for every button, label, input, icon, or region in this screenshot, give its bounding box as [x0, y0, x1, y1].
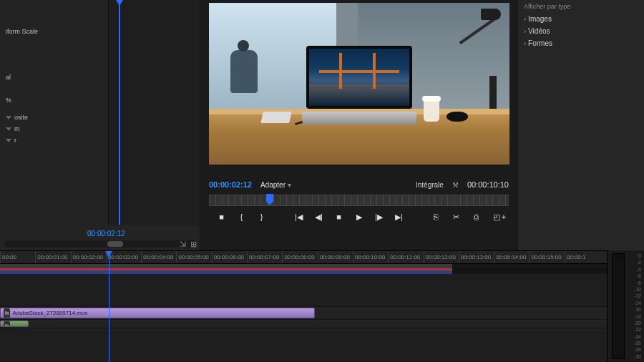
- disclosure-icon[interactable]: [6, 127, 11, 131]
- meter-scale-label: -2: [637, 260, 641, 265]
- ruler-tick: 00:00:08:00: [282, 251, 317, 263]
- duration-timecode: 00:00:10:10: [467, 180, 509, 189]
- audio-meters: 0-2-4-6-8-10-12-14-16-18-20-22-24-26-28-…: [607, 250, 644, 362]
- goto-out-button[interactable]: ▶|: [394, 212, 404, 222]
- ruler-tick: 00:00:06:00: [212, 251, 247, 263]
- meter-bars: [612, 253, 625, 359]
- export-frame-button[interactable]: ⎙: [472, 212, 482, 221]
- meter-scale-label: -22: [634, 327, 641, 332]
- time-ruler[interactable]: 00:0000:00:01:0000:00:02:0000:00:03:0000…: [0, 251, 607, 264]
- meter-scale-label: -14: [634, 300, 641, 305]
- video-track-1[interactable]: fxAdobeStock_272885714.mov: [0, 307, 607, 320]
- play-button[interactable]: ▶: [354, 212, 364, 222]
- disclosure-icon[interactable]: [6, 139, 11, 142]
- audio-track-1[interactable]: fxBodys: [0, 320, 607, 328]
- render-bar: [0, 268, 607, 274]
- scrollbar-thumb[interactable]: [107, 241, 123, 247]
- mini-playhead-icon[interactable]: [119, 3, 120, 225]
- browser-item-videos[interactable]: Vidéos: [524, 25, 638, 37]
- tracks-area: fxAdobeStock_272885714.mov fxBodys: [0, 274, 607, 328]
- step-fwd-button[interactable]: |▶: [374, 212, 384, 222]
- meter-scale-label: -30: [634, 354, 641, 359]
- meter-scale-label: -10: [634, 287, 641, 292]
- effect-mini-timeline[interactable]: [108, 0, 200, 225]
- meter-scale-label: -26: [634, 341, 641, 346]
- fit-dropdown[interactable]: Adapter: [260, 181, 291, 189]
- program-monitor-panel: 00:00:02:12 Adapter Intégrale ⚒ 00:00:10…: [200, 0, 518, 250]
- browser-item-shapes[interactable]: Formes: [524, 37, 638, 49]
- ruler-tick: 00:00:11:00: [388, 251, 423, 263]
- empty-video-tracks[interactable]: [0, 274, 607, 307]
- ruler-tick: 00:00:02:00: [71, 251, 106, 263]
- meter-scale-label: -12: [634, 293, 641, 298]
- effect-controls-panel: 540.0 iform Scale 540.0 ◂: [0, 0, 200, 250]
- transport-bar: ■ { } |◀ ◀| ■ ▶ |▶ ▶| ⎘ ✂ ⎙ ◰ +: [209, 207, 509, 226]
- ruler-tick: 00:00:12:00: [424, 251, 459, 263]
- monitor-info-bar: 00:00:02:12 Adapter Intégrale ⚒ 00:00:10…: [209, 177, 509, 192]
- browser-header: Afficher par type: [524, 3, 638, 10]
- browser-item-images[interactable]: Images: [524, 13, 638, 25]
- scrubber-playhead-icon[interactable]: [266, 194, 273, 201]
- ruler-tick: 00:00:13:00: [459, 251, 494, 263]
- quality-dropdown[interactable]: Intégrale: [416, 181, 444, 189]
- mark-out-button[interactable]: }: [257, 212, 267, 221]
- extract-button[interactable]: ✂: [452, 212, 462, 222]
- timeline-panel: 00:0000:00:01:0000:00:02:0000:00:03:0000…: [0, 250, 644, 362]
- meter-scale-label: -24: [634, 334, 641, 339]
- clip-label: AdobeStock_272885714.mov: [12, 310, 87, 316]
- goto-in-button[interactable]: |◀: [294, 212, 304, 222]
- meter-scale-label: -16: [634, 307, 641, 312]
- meter-scale-label: 0: [638, 253, 641, 258]
- meter-scale-label: -6: [637, 273, 641, 278]
- ruler-tick: 00:00:14:00: [494, 251, 529, 263]
- disclosure-icon[interactable]: [6, 116, 11, 119]
- step-back-button[interactable]: ◀|: [314, 212, 324, 222]
- effect-timecode[interactable]: 00:00:02:12: [87, 230, 125, 238]
- popout-icon[interactable]: ⇲: [180, 240, 186, 249]
- stop-button[interactable]: ■: [334, 212, 344, 221]
- program-preview[interactable]: [209, 3, 509, 165]
- video-clip[interactable]: fxAdobeStock_272885714.mov: [0, 308, 315, 318]
- button-editor-button[interactable]: +: [499, 212, 509, 221]
- meter-scale-label: -8: [637, 280, 641, 285]
- settings-icon[interactable]: ⚒: [452, 181, 459, 189]
- lift-button[interactable]: ⎘: [431, 212, 441, 221]
- ruler-tick: 00:00:10:00: [353, 251, 388, 263]
- fx-badge: fx: [4, 308, 10, 318]
- fx-badge: fx: [4, 321, 10, 327]
- ruler-tick: 00:00:1: [565, 251, 600, 263]
- add-marker-button[interactable]: ■: [217, 212, 227, 221]
- ruler-tick: 00:00:07:00: [247, 251, 282, 263]
- mark-in-button[interactable]: {: [237, 212, 247, 221]
- new-item-icon[interactable]: ⊞: [190, 240, 197, 249]
- audio-clip[interactable]: fxBodys: [0, 321, 29, 327]
- effect-scrollbar[interactable]: [4, 240, 195, 248]
- ruler-tick: 00:00:09:00: [318, 251, 353, 263]
- ruler-tick: 00:00:15:00: [529, 251, 564, 263]
- ruler-tick: 00:00:05:00: [176, 251, 211, 263]
- timeline-playhead-icon[interactable]: [109, 251, 109, 362]
- ruler-tick: 00:00:04:00: [141, 251, 176, 263]
- current-timecode[interactable]: 00:00:02:12: [209, 180, 252, 189]
- ruler-tick: 00:00:01:00: [35, 251, 70, 263]
- meter-scale-label: -28: [634, 347, 641, 352]
- ruler-tick: 00:00: [0, 251, 35, 263]
- meter-scale-label: -4: [637, 267, 641, 272]
- meter-scale-label: -20: [634, 321, 641, 326]
- meter-scale: 0-2-4-6-8-10-12-14-16-18-20-22-24-26-28-…: [634, 253, 641, 359]
- meter-scale-label: -18: [634, 314, 641, 319]
- browser-panel: Afficher par type Images Vidéos Formes: [518, 0, 644, 250]
- monitor-scrubber[interactable]: [209, 195, 509, 206]
